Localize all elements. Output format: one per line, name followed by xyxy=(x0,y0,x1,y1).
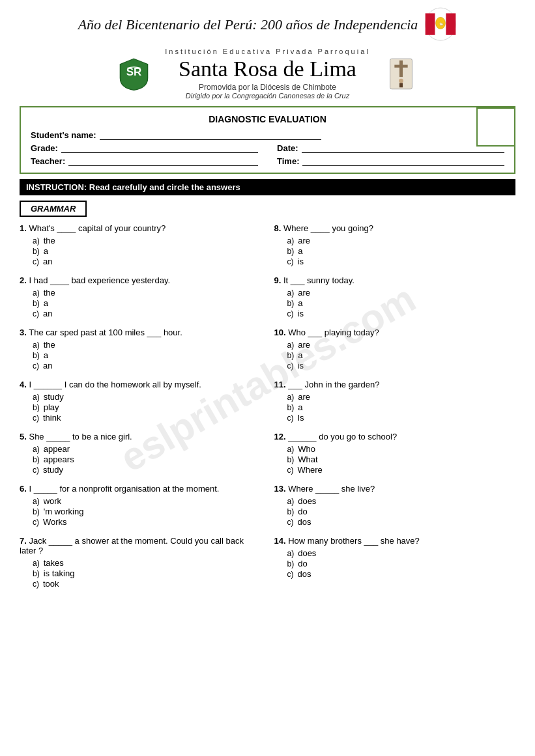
question-block: 8. Where ____ you going?a)areb)ac)is xyxy=(274,223,516,266)
question-text: 12. ______ do you go to school? xyxy=(274,432,516,441)
list-item: c)Works xyxy=(33,517,261,527)
opt-label: b) xyxy=(287,299,295,308)
question-block: 7. Jack _____ a shower at the moment. Co… xyxy=(20,536,261,589)
time-label: Time: xyxy=(277,156,299,166)
opt-text: study xyxy=(44,392,64,402)
question-text: 11. ___ John in the garden? xyxy=(274,380,516,389)
opt-label: a) xyxy=(33,497,40,506)
student-name-line xyxy=(100,130,321,140)
school-logo-right-icon xyxy=(383,56,419,92)
options-list: a)appearb)appearsc)study xyxy=(20,444,261,475)
list-item: b)is taking xyxy=(33,568,261,578)
question-text: 9. It ___ sunny today. xyxy=(274,275,516,285)
question-block: 14. How many brothers ___ she have?a)doe… xyxy=(274,536,516,579)
options-list: a)doesb)doc)dos xyxy=(274,548,516,579)
opt-text: the xyxy=(44,288,55,298)
opt-text: a xyxy=(298,350,302,360)
opt-label: a) xyxy=(287,341,295,350)
opt-text: is xyxy=(298,257,304,266)
opt-label: c) xyxy=(33,361,39,371)
list-item: a)does xyxy=(287,548,516,558)
teacher-label: Teacher: xyxy=(31,156,65,166)
opt-text: are xyxy=(298,288,310,298)
school-header: SR Institución Educativa Privada Parroqu… xyxy=(20,48,515,100)
opt-text: a xyxy=(298,298,302,308)
opt-text: work xyxy=(44,496,61,506)
opt-label: a) xyxy=(287,445,295,454)
list-item: b)play xyxy=(33,402,261,412)
list-item: a)does xyxy=(287,496,516,506)
opt-label: c) xyxy=(33,309,39,318)
list-item: c)took xyxy=(33,579,261,589)
opt-label: b) xyxy=(287,507,295,516)
opt-text: appears xyxy=(44,455,74,464)
opt-label: c) xyxy=(33,257,39,266)
list-item: c)an xyxy=(33,257,261,266)
options-list: a)theb)ac)an xyxy=(20,288,261,318)
opt-label: c) xyxy=(33,580,39,589)
svg-point-10 xyxy=(399,78,403,83)
student-name-row: Student's name: xyxy=(31,130,504,140)
opt-text: are xyxy=(298,392,310,402)
school-logo-left-icon: SR xyxy=(116,56,152,92)
question-block: 13. Where _____ she live?a)doesb)doc)dos xyxy=(274,484,516,527)
svg-rect-8 xyxy=(399,60,403,76)
list-item: b)a xyxy=(33,298,261,308)
school-sub1: Promovida por la Diócesis de Chimbote xyxy=(165,83,369,92)
opt-label: c) xyxy=(287,466,294,475)
opt-label: b) xyxy=(33,455,40,464)
time-line xyxy=(302,156,504,166)
svg-rect-9 xyxy=(394,64,407,67)
list-item: b)a xyxy=(33,246,261,256)
student-label: Student's name: xyxy=(31,130,96,140)
question-block: 1. What's ____ capital of your country?a… xyxy=(20,223,261,266)
opt-text: the xyxy=(44,236,55,245)
opt-text: an xyxy=(43,309,52,318)
list-item: c)Where xyxy=(287,465,516,475)
school-sub2: Dirigido por la Congregación Canonesas d… xyxy=(165,92,369,100)
list-item: b)a xyxy=(287,402,516,412)
question-text: 2. I had ____ bad experience yesterday. xyxy=(20,275,261,285)
options-list: a)theb)ac)an xyxy=(20,236,261,266)
question-text: 7. Jack _____ a shower at the moment. Co… xyxy=(20,536,261,555)
options-list: a)areb)ac)Is xyxy=(274,392,516,423)
list-item: a)Who xyxy=(287,444,516,454)
question-text: 8. Where ____ you going? xyxy=(274,223,516,233)
list-item: a)are xyxy=(287,288,516,298)
opt-label: c) xyxy=(33,518,39,527)
opt-text: Is xyxy=(298,413,304,423)
questions-left: 1. What's ____ capital of your country?a… xyxy=(20,223,261,598)
list-item: a)are xyxy=(287,340,516,350)
opt-label: b) xyxy=(33,569,40,578)
opt-text: an xyxy=(43,257,52,266)
list-item: c)is xyxy=(287,361,516,371)
teacher-time-row: Teacher: Time: xyxy=(31,156,504,166)
opt-text: a xyxy=(44,350,48,360)
svg-rect-3 xyxy=(446,13,456,35)
opt-label: a) xyxy=(287,549,295,558)
opt-label: c) xyxy=(287,257,294,266)
list-item: c)is xyxy=(287,309,516,318)
options-list: a)studyb)playc)think xyxy=(20,392,261,423)
grade-date-row: Grade: Date: xyxy=(31,143,504,153)
opt-label: b) xyxy=(33,507,40,516)
grammar-section-label: GRAMMAR xyxy=(20,201,87,217)
opt-label: a) xyxy=(287,497,295,506)
opt-text: 'm working xyxy=(44,507,84,516)
opt-text: takes xyxy=(44,558,64,568)
date-line xyxy=(302,143,504,153)
question-text: 1. What's ____ capital of your country? xyxy=(20,223,261,233)
opt-text: is taking xyxy=(44,568,75,578)
opt-text: an xyxy=(43,361,52,371)
question-text: 5. She _____ to be a nice girl. xyxy=(20,432,261,441)
opt-label: a) xyxy=(287,393,295,402)
list-item: a)the xyxy=(33,340,261,350)
question-block: 6. I _____ for a nonprofit organisation … xyxy=(20,484,261,527)
opt-text: dos xyxy=(298,569,311,579)
grade-line xyxy=(61,143,258,153)
opt-label: b) xyxy=(287,559,295,568)
opt-text: study xyxy=(43,465,63,475)
list-item: a)are xyxy=(287,392,516,402)
question-text: 3. The car sped past at 100 miles ___ ho… xyxy=(20,328,261,337)
opt-text: What xyxy=(298,455,317,464)
